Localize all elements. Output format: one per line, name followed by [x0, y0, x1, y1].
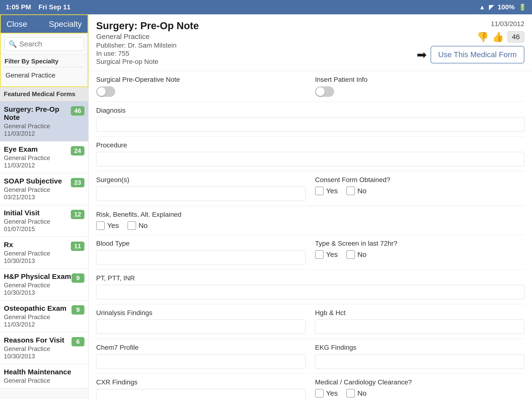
form-list-item-8[interactable]: Health Maintenance General Practice	[0, 364, 88, 388]
field-ekg: EKG Findings	[315, 344, 524, 369]
form-item-specialty-5: General Practice	[4, 282, 71, 289]
form-list-item-6[interactable]: Osteopathic Exam General Practice 11/03/…	[0, 300, 88, 332]
form-list-item-0[interactable]: Surgery: Pre-Op Note General Practice 11…	[0, 101, 88, 141]
form-item-info-4: Rx General Practice 10/30/2013	[4, 241, 71, 265]
form-item-title-5: H&P Physical Exam	[4, 272, 71, 281]
input-pt-ptt[interactable]	[96, 285, 524, 299]
form-item-title-7: Reasons For Visit	[4, 336, 71, 344]
form-list-item-7[interactable]: Reasons For Visit General Practice 10/30…	[0, 332, 88, 364]
checkbox-consent-yes-label: Yes	[326, 187, 338, 195]
thumbs-down-button[interactable]: 👎	[477, 31, 489, 43]
form-item-date-2: 03/21/2013	[4, 194, 71, 201]
field-label-risk: Risk, Benefits, Alt. Explained	[96, 211, 524, 218]
input-surgeons[interactable]	[96, 187, 305, 201]
checkbox-type-screen-no: No	[346, 250, 367, 259]
checkbox-risk-yes-box[interactable]	[96, 221, 105, 230]
form-list-item-5[interactable]: H&P Physical Exam General Practice 10/30…	[0, 269, 88, 300]
form-item-specialty-7: General Practice	[4, 345, 71, 353]
checkbox-cardiology-no: No	[346, 389, 367, 398]
form-item-badge-6: 9	[71, 305, 84, 315]
row-urinalysis: Urinalysis Findings Hgb & Hct	[96, 304, 524, 339]
status-right: ▲ ◤ 100% 🔋	[479, 3, 526, 11]
form-item-title-8: Health Maintenance	[4, 368, 84, 376]
field-label-insert-patient: Insert Patient Info	[315, 76, 524, 83]
input-diagnosis[interactable]	[96, 117, 524, 132]
close-button[interactable]: Close	[6, 19, 27, 29]
filter-label: Filter By Specialty	[5, 58, 84, 67]
input-blood-type[interactable]	[96, 250, 305, 265]
field-label-chem7: Chem7 Profile	[96, 344, 305, 351]
search-section: 🔍	[0, 33, 88, 55]
checkbox-risk-no-label: No	[139, 222, 148, 230]
battery-percent: 100%	[498, 3, 515, 11]
form-item-info-3: Initial Visit General Practice 01/07/201…	[4, 209, 71, 233]
checkbox-consent-yes: Yes	[315, 187, 338, 195]
toggle-insert-patient[interactable]	[315, 86, 334, 97]
field-procedure: Procedure	[96, 141, 524, 166]
field-insert-patient-info: Insert Patient Info	[315, 76, 524, 97]
thumbs-up-button[interactable]: 👍	[492, 31, 504, 43]
field-label-hgb-hct: Hgb & Hct	[315, 309, 524, 317]
input-cxr[interactable]	[96, 389, 305, 399]
checkbox-consent-no: No	[346, 187, 367, 195]
form-item-badge-1: 24	[71, 146, 84, 155]
form-item-badge-3: 12	[71, 210, 84, 219]
form-list-item-4[interactable]: Rx General Practice 10/30/2013 11	[0, 237, 88, 269]
input-ekg[interactable]	[315, 354, 524, 369]
form-item-badge-2: 23	[71, 178, 84, 187]
toggle-surgical-preop[interactable]	[96, 86, 115, 97]
form-item-info-6: Osteopathic Exam General Practice 11/03/…	[4, 304, 71, 328]
input-procedure[interactable]	[96, 152, 524, 166]
checkbox-group-consent: Yes No	[315, 187, 524, 195]
checkbox-cardiology-yes-box[interactable]	[315, 389, 324, 398]
form-content: Surgical Pre-Operative Note Insert Patie…	[89, 71, 532, 399]
form-list-item-2[interactable]: SOAP Subjective General Practice 03/21/2…	[0, 173, 88, 205]
form-list-item-3[interactable]: Initial Visit General Practice 01/07/201…	[0, 205, 88, 237]
form-type: Surgical Pre-op Note	[96, 58, 199, 66]
battery-icon: 🔋	[519, 4, 526, 11]
checkbox-type-screen-no-box[interactable]	[346, 250, 355, 259]
form-item-specialty-1: General Practice	[4, 154, 71, 162]
form-actions-row: 👎 👍 46	[477, 31, 524, 43]
field-label-surgeons: Surgeon(s)	[96, 176, 305, 184]
checkbox-consent-yes-box[interactable]	[315, 187, 324, 195]
use-form-button[interactable]: Use This Medical Form	[431, 46, 524, 63]
status-bar: 1:05 PM Fri Sep 11 ▲ ◤ 100% 🔋	[0, 0, 532, 14]
checkbox-risk-no-box[interactable]	[127, 221, 136, 230]
field-surgical-preop: Surgical Pre-Operative Note	[96, 76, 305, 97]
checkbox-cardiology-yes: Yes	[315, 389, 338, 398]
form-item-specialty-2: General Practice	[4, 186, 71, 194]
form-item-date-3: 01/07/2015	[4, 225, 71, 233]
wifi-icon: ▲	[479, 4, 485, 11]
input-chem7[interactable]	[96, 354, 305, 369]
form-detail-right: 11/03/2012 👎 👍 46 ➡ Use This Medical For…	[417, 20, 524, 63]
form-list-item-1[interactable]: Eye Exam General Practice 11/03/2012 24	[0, 141, 88, 173]
form-item-date-7: 10/30/2013	[4, 353, 71, 360]
specialty-general-practice[interactable]: General Practice	[5, 67, 84, 84]
field-label-type-screen: Type & Screen in last 72hr?	[315, 240, 524, 247]
field-label-blood-type: Blood Type	[96, 240, 305, 247]
row-surgeon-consent: Surgeon(s) Consent Form Obtained? Yes No	[96, 171, 524, 206]
checkbox-type-screen-yes-box[interactable]	[315, 250, 324, 259]
right-panel: Surgery: Pre-Op Note General Practice Pu…	[89, 14, 532, 399]
input-hgb-hct[interactable]	[315, 320, 524, 334]
field-label-cardiology: Medical / Cardiology Clearance?	[315, 378, 524, 386]
checkbox-cardiology-no-box[interactable]	[346, 389, 355, 398]
row-procedure: Procedure	[96, 137, 524, 171]
form-item-date-5: 10/30/2013	[4, 289, 71, 296]
status-time: 1:05 PM	[6, 3, 31, 11]
field-consent: Consent Form Obtained? Yes No	[315, 176, 524, 201]
form-item-title-3: Initial Visit	[4, 209, 71, 217]
form-item-date-4: 10/30/2013	[4, 257, 71, 265]
specialty-button[interactable]: Specialty	[49, 19, 82, 29]
input-urinalysis[interactable]	[96, 320, 305, 334]
form-in-use: In use: 755	[96, 50, 199, 57]
checkbox-consent-no-box[interactable]	[346, 187, 355, 195]
checkbox-consent-no-label: No	[357, 187, 367, 195]
featured-header: Featured Medical Forms	[0, 87, 88, 101]
checkbox-cardiology-no-label: No	[357, 389, 367, 397]
row-diagnosis: Diagnosis	[96, 102, 524, 137]
form-item-specialty-8: General Practice	[4, 377, 84, 384]
field-label-diagnosis: Diagnosis	[96, 107, 524, 114]
votes-badge: 46	[507, 31, 524, 43]
